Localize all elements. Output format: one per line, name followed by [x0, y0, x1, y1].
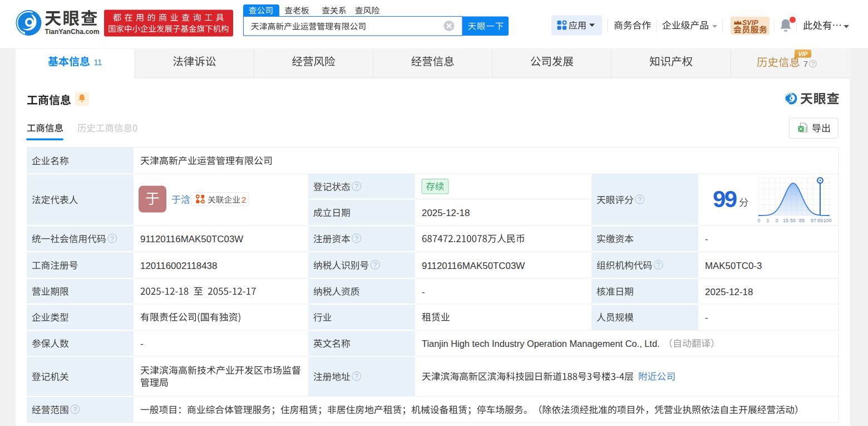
svg-text:?: ? — [73, 406, 77, 414]
svg-text:11: 11 — [94, 58, 102, 67]
svg-text:50: 50 — [790, 218, 796, 223]
svg-text:TianYanCha.com: TianYanCha.com — [45, 28, 100, 36]
svg-text:?: ? — [354, 373, 358, 380]
svg-text:?: ? — [657, 261, 660, 269]
svg-text:2025-12-18: 2025-12-18 — [705, 287, 753, 297]
svg-text:0: 0 — [758, 218, 761, 223]
svg-text:91120116MAK50TC03W: 91120116MAK50TC03W — [140, 234, 243, 244]
svg-text:VIP: VIP — [798, 51, 808, 57]
svg-text:100: 100 — [823, 218, 832, 223]
svg-text:2: 2 — [241, 195, 246, 204]
svg-text:-: - — [705, 234, 708, 244]
svg-text:-: - — [705, 312, 708, 323]
svg-text:99: 99 — [713, 186, 737, 212]
svg-text:-: - — [422, 287, 425, 297]
svg-text:7: 7 — [803, 59, 808, 68]
svg-text:?: ? — [638, 196, 642, 204]
svg-text:?: ? — [110, 235, 114, 243]
svg-text:?: ? — [354, 183, 358, 190]
svg-text:3: 3 — [776, 218, 778, 223]
svg-text:97: 97 — [811, 218, 816, 223]
svg-text:-: - — [140, 339, 144, 349]
svg-text:?: ? — [811, 61, 815, 67]
svg-text:2025-12-18: 2025-12-18 — [422, 208, 470, 218]
svg-text:1: 1 — [767, 218, 770, 223]
svg-text:15: 15 — [783, 218, 788, 223]
svg-text:85: 85 — [799, 218, 805, 223]
svg-text:?: ? — [354, 235, 358, 243]
svg-text:120116002118438: 120116002118438 — [140, 261, 217, 271]
svg-text:?: ? — [373, 261, 377, 269]
svg-text:Tianjin High tech Industry Ope: Tianjin High tech Industry Operation Man… — [422, 339, 660, 349]
svg-text:99: 99 — [817, 218, 823, 223]
svg-text:SVIP: SVIP — [742, 19, 758, 27]
svg-text:MAK50TC0-3: MAK50TC0-3 — [705, 261, 762, 271]
svg-text:91120116MAK50TC03W: 91120116MAK50TC03W — [422, 261, 525, 271]
